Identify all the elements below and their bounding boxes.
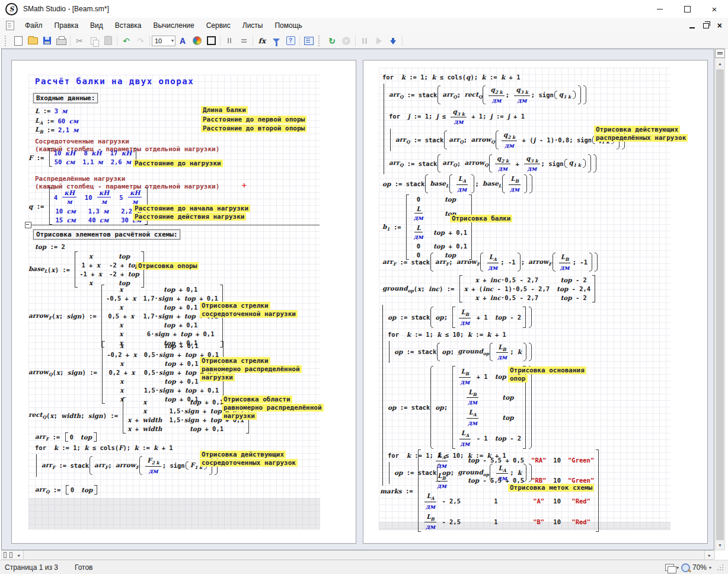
doc-title[interactable]: Расчёт балки на двух опорах	[35, 76, 194, 86]
chevron-down-icon[interactable]: ▾	[676, 565, 679, 570]
math-region-arrF-stack[interactable]: arrF := stackarrF; arrowFLAдм; -1; arrow…	[382, 253, 598, 272]
toolbar-drag-handle[interactable]	[5, 36, 9, 46]
abort-button[interactable]: ×	[339, 34, 353, 47]
math-v: top	[185, 369, 196, 376]
math-region-F-matrix[interactable]: F := 10 кН8 кН17 кН50 см1,1 м2,6 м	[28, 148, 138, 167]
section-label-input-data[interactable]: Входные данные:	[33, 93, 98, 103]
maximize-button[interactable]	[673, 0, 701, 18]
font-color-button[interactable]: A	[175, 34, 190, 47]
play-icon	[376, 37, 382, 44]
collapse-icon[interactable]	[25, 222, 31, 228]
menu-calculation[interactable]: Вычисление	[147, 19, 200, 32]
scroll-right-button[interactable]: ►	[704, 551, 715, 559]
math-v: x	[133, 351, 136, 358]
mdi-restore-button[interactable]	[703, 23, 709, 28]
section-label-drawing[interactable]: Отрисовка элементов расчётной схемы:	[33, 229, 180, 240]
close-button[interactable]: ×	[701, 0, 728, 18]
new-button[interactable]	[11, 34, 25, 47]
save-button[interactable]	[40, 34, 54, 47]
zoom-level[interactable]: 70%	[692, 563, 707, 572]
function-button[interactable]: fx	[255, 34, 269, 47]
filter-button[interactable]	[269, 34, 283, 47]
vertical-scrollbar-thumb[interactable]	[716, 69, 724, 540]
comment-note[interactable]: Отрисовка действующихсосредоточенных наг…	[200, 451, 298, 467]
scroll-down-button[interactable]: ▼	[715, 540, 725, 550]
background-color-button[interactable]	[190, 34, 204, 47]
worksheet-page-2[interactable]: for k := 1; k ≤ cols(q); k := k + 1 arrQ…	[363, 60, 708, 544]
minimize-button[interactable]	[646, 0, 673, 18]
scroll-left-button[interactable]: ◄	[14, 551, 24, 559]
pause-button[interactable]	[357, 34, 372, 47]
run-button[interactable]	[372, 34, 386, 47]
toolbar-drag-handle[interactable]	[318, 36, 323, 46]
options-button[interactable]	[302, 34, 316, 47]
paste-button[interactable]	[101, 34, 115, 47]
comment-note[interactable]: Отрисовка действующихраспределённых нагр…	[594, 126, 688, 142]
comment-note[interactable]: Отрисовка балки	[450, 215, 512, 223]
comment-note[interactable]: Длина балки	[201, 106, 248, 114]
reference-button[interactable]: ?	[283, 34, 298, 47]
mdi-close-button[interactable]: ×	[717, 22, 722, 29]
math-t: + 0,1	[196, 387, 219, 394]
vertical-align-button[interactable]	[237, 34, 251, 47]
document-icon[interactable]	[6, 21, 14, 30]
menu-tools[interactable]: Сервис	[200, 19, 237, 32]
worksheet-canvas[interactable]: Расчёт балки на двух опорах Входные данн…	[1, 49, 714, 550]
math-region-LA[interactable]: LA := 60 см	[35, 117, 78, 126]
comment-note[interactable]: Расстояние до нагрузки	[133, 160, 223, 168]
text-line: Расстояние до второй опоры	[201, 125, 306, 132]
math-region-top[interactable]: top := 2	[35, 243, 65, 250]
math-region-arrowQ[interactable]: arrowQ(x; sign) := xtop + 0,1-0,2 + x0,5…	[28, 341, 225, 404]
resize-grip[interactable]	[717, 565, 723, 570]
menu-sheets[interactable]: Листы	[237, 19, 269, 32]
horizontal-align-button[interactable]	[222, 34, 237, 47]
comment-note[interactable]: Отрисовка основанияопор	[508, 366, 586, 383]
scroll-up-button[interactable]: ▲	[715, 59, 725, 69]
math-region-arrF-init[interactable]: arrF := 0top	[35, 432, 98, 442]
math-expression: for k := 1; k ≤ cols(F); k := k + 1	[35, 444, 173, 451]
cut-button[interactable]: ✂	[72, 34, 87, 47]
worksheet-page-1[interactable]: Расчёт балки на двух опорах Входные данн…	[11, 60, 356, 544]
math-region-op-stack[interactable]: op := stackbaseLLAдм; baseLLBдм	[382, 174, 533, 193]
comment-note[interactable]: Расстояние до первой опоры	[201, 116, 306, 124]
undo-button[interactable]: ↶	[119, 34, 133, 47]
comment-note[interactable]: Отрисовка меток схемы	[508, 484, 594, 492]
math-region-q-matrix[interactable]: q := 4 кНм10 кНм5 кНм10 см1,3 м2,2 м15 с…	[28, 187, 149, 225]
menu-insert[interactable]: Вставка	[109, 19, 148, 32]
split-view-button[interactable]	[715, 49, 725, 58]
math-region-rectQ[interactable]: rectQ(x; width; sign) := xtop + 0,1x1,5·…	[28, 397, 250, 433]
menu-file[interactable]: Файл	[19, 19, 49, 32]
math-region-forq-loop[interactable]: for k := 1; k ≤ cols(q); k := k + 1 arrQ…	[382, 74, 625, 174]
recalculate-button[interactable]: ↻	[325, 34, 339, 47]
comment-note[interactable]: Расстояние до второй опоры	[201, 125, 306, 133]
math-region-L[interactable]: L := 3 м	[35, 107, 67, 114]
snapshot-button[interactable]	[386, 34, 400, 47]
border-button[interactable]	[204, 34, 218, 47]
comment-note[interactable]: Отрисовка стрелкисосредоточенной нагрузк…	[200, 302, 298, 318]
redo-button[interactable]: ↷	[133, 34, 148, 47]
horizontal-scrollbar[interactable]	[1, 550, 714, 560]
print-button[interactable]	[54, 34, 68, 47]
chevron-down-icon[interactable]: ▾	[709, 565, 711, 570]
magnifier-icon[interactable]	[681, 563, 690, 572]
math-region-arrowF[interactable]: arrowF(x; sign) := xtop + 0,1-0,5 + x1,7…	[28, 285, 224, 347]
menu-help[interactable]: Помощь	[269, 19, 308, 32]
comment-note[interactable]: Расстояние до начала нагрузкиРасстояние …	[133, 205, 250, 221]
math-region-b1[interactable]: b1 := 0topLдмtopLдмtop + 0,10top + 0,10t…	[382, 194, 473, 260]
math-t: :=	[55, 462, 70, 469]
page-layout-icon[interactable]	[665, 564, 674, 571]
math-region-ground-op[interactable]: groundop(x; inc) := x + inc·0,5 - 2,7top…	[382, 275, 596, 302]
copy-button[interactable]	[87, 34, 101, 47]
math-region-baseL[interactable]: baseL(x) := xtop1 + x-2 + top-1 + x-2 + …	[28, 251, 145, 288]
comment-note[interactable]: Отрисовка опоры	[136, 262, 199, 270]
font-size-combobox[interactable]: 10▾	[152, 36, 175, 46]
math-region-LB[interactable]: LB := 2,1 м	[35, 126, 78, 135]
math-region-forF-loop[interactable]: for k := 1; k ≤ cols(F); k := k + 1 arrF…	[35, 444, 218, 477]
mdi-minimize-button[interactable]	[689, 27, 695, 28]
comment-note[interactable]: Отрисовка стрелкиравномерно распределённ…	[200, 357, 302, 382]
menu-edit[interactable]: Правка	[49, 19, 85, 32]
menu-view[interactable]: Вид	[84, 19, 109, 32]
comment-note[interactable]: Отрисовка областиравномерно распределённ…	[222, 396, 324, 420]
math-region-arrQ-init[interactable]: arrQ := 0top	[35, 485, 98, 495]
open-button[interactable]	[25, 34, 40, 47]
